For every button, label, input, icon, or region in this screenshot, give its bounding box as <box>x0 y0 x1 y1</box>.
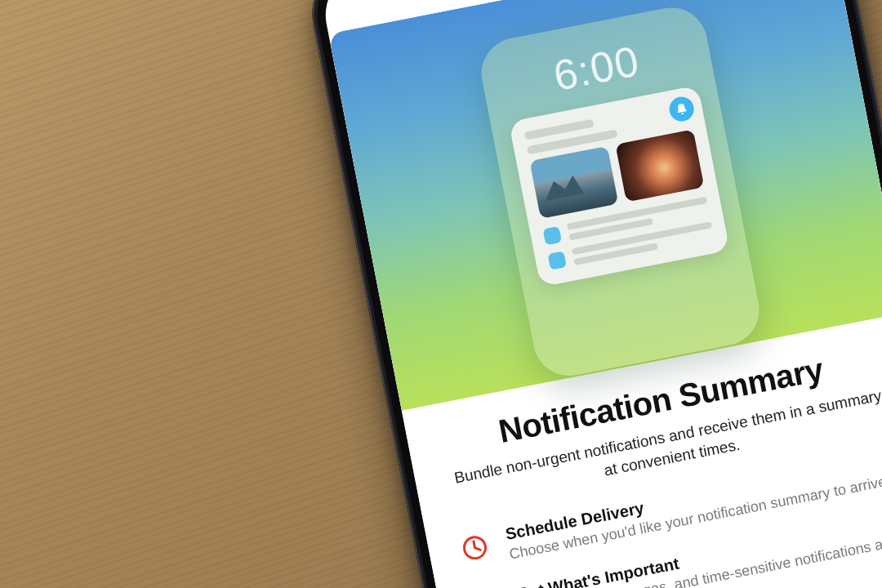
app-icon-placeholder <box>547 251 566 270</box>
back-to-search[interactable]: ◀ Search <box>345 0 397 12</box>
phone-body: 1:29 ◀ Search <box>302 0 882 588</box>
summary-card-illustration <box>509 85 730 287</box>
phone-screen: 1:29 ◀ Search <box>318 0 882 588</box>
chevron-left-icon: ◀ <box>345 0 356 12</box>
back-label: Search <box>355 0 390 11</box>
clock-icon <box>456 529 494 568</box>
onboarding-sheet: 6:00 <box>328 0 882 588</box>
iphone-device: 1:29 ◀ Search <box>302 0 882 588</box>
status-left: 1:29 ◀ Search <box>341 0 396 12</box>
thumbnail-landscape <box>529 146 618 219</box>
bell-icon <box>667 95 696 123</box>
app-icon-placeholder <box>543 225 562 244</box>
thumbnail-sunset <box>615 129 704 202</box>
mini-phone-illustration: 6:00 <box>475 2 765 382</box>
